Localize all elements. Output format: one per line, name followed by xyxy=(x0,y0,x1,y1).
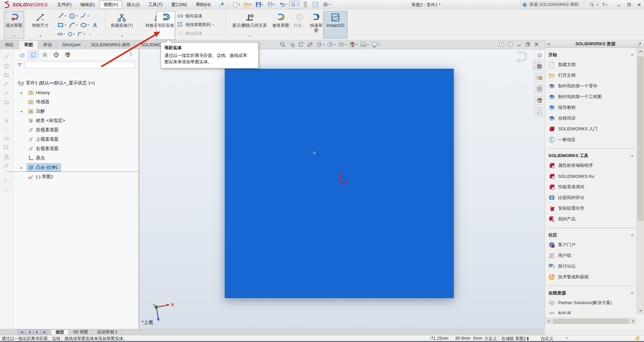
display-delete-relations-button[interactable]: 显示/删除几何关系 ▾ xyxy=(227,11,272,39)
last-tab-button[interactable]: ▶| xyxy=(41,330,48,335)
repair-sketch-button[interactable]: 修复草图 xyxy=(272,11,290,39)
prev-tab-button[interactable]: ◀ xyxy=(26,330,33,335)
docked-toolbar-button[interactable] xyxy=(3,126,10,133)
quick-access-button[interactable]: ▾ xyxy=(289,1,300,9)
sketch-tool-button[interactable]: ▾ xyxy=(68,21,78,29)
sketch-tool-button[interactable]: ▾ xyxy=(56,21,67,29)
feature-manager-tab[interactable] xyxy=(62,51,73,59)
docked-toolbar-button[interactable] xyxy=(3,54,10,60)
minimize-button[interactable] xyxy=(614,0,624,9)
help-button[interactable]: ?▾ xyxy=(602,2,607,7)
collapse-section-icon[interactable] xyxy=(630,291,635,295)
tag-icon[interactable] xyxy=(635,336,640,341)
command-manager-tab[interactable]: 特征 xyxy=(0,40,19,49)
tree-item[interactable]: 原点 xyxy=(13,153,138,163)
task-pane-link[interactable]: 技术警戒和新闻 xyxy=(548,272,635,282)
task-pane-link[interactable]: 性能基准测试 xyxy=(548,182,635,192)
document-tab[interactable]: 3D 视图 xyxy=(69,329,93,335)
menu-item[interactable]: 帮助(H) xyxy=(192,0,215,9)
sketch-tool-button[interactable]: ▾ xyxy=(56,12,67,20)
quick-access-button[interactable]: ▾ xyxy=(230,1,241,9)
view-toolbar-button[interactable]: ▾ xyxy=(349,41,358,48)
quick-access-button[interactable] xyxy=(311,1,320,9)
docked-toolbar-button[interactable] xyxy=(3,63,10,69)
tree-item[interactable]: 前视基准面 xyxy=(13,125,138,135)
quick-access-button[interactable]: ▾ xyxy=(266,1,276,9)
task-pane-link[interactable]: SOLIDWORKS Rx xyxy=(548,171,635,182)
collapse-pane-icon[interactable]: « xyxy=(547,41,554,47)
task-pane-link[interactable]: 打开文档 xyxy=(548,70,635,81)
view-toolbar-button[interactable] xyxy=(279,41,286,48)
collapse-section-icon[interactable] xyxy=(630,53,635,57)
sketch-tool-button[interactable]: ▾ xyxy=(68,12,78,20)
sketch-tool-button[interactable] xyxy=(87,30,94,38)
task-pane-link[interactable]: 在线培训 xyxy=(548,113,635,124)
task-pane-link[interactable]: 我的产品 xyxy=(548,214,635,224)
task-pane-link[interactable]: 制作我的第一个工程图 xyxy=(548,91,635,102)
first-tab-button[interactable]: |◀ xyxy=(18,330,25,335)
task-pane-tab[interactable] xyxy=(535,107,544,116)
sketch-tool-button[interactable]: ▾ xyxy=(76,30,86,38)
document-tab[interactable]: 运动算例 1 xyxy=(93,329,122,335)
docked-toolbar-button[interactable]: ▾ xyxy=(2,187,10,194)
tree-item[interactable]: 传感器 xyxy=(13,97,138,107)
docked-toolbar-button[interactable] xyxy=(3,135,10,142)
task-pane-link[interactable]: 比较我的评分 xyxy=(548,192,635,203)
menu-item[interactable]: 编辑(E) xyxy=(76,0,99,9)
mirror-entities-button[interactable]: 镜向实体 xyxy=(177,12,224,20)
menu-item[interactable]: 视图(V) xyxy=(99,0,122,9)
scroll-up-icon[interactable] xyxy=(637,48,644,55)
next-tab-button[interactable]: ▶ xyxy=(34,330,41,335)
feature-manager-tab[interactable] xyxy=(51,51,61,59)
docked-toolbar-button[interactable] xyxy=(3,72,10,78)
search-icon[interactable] xyxy=(589,2,594,7)
search-caret-icon[interactable]: ▾ xyxy=(597,3,598,6)
tree-item[interactable]: 上视基准面 xyxy=(13,135,138,144)
sketch-tool-button[interactable]: ▾ xyxy=(79,12,90,20)
quick-access-button[interactable]: ▾ xyxy=(321,1,332,9)
window-control-button[interactable] xyxy=(534,42,539,48)
trim-entities-button[interactable]: 剪裁实体(T) ▾ xyxy=(107,11,136,39)
window-control-button[interactable] xyxy=(516,42,522,48)
docked-toolbar-button[interactable] xyxy=(3,90,10,96)
quick-access-button[interactable]: ▾ xyxy=(254,1,265,9)
task-pane-link[interactable]: 指导教程 xyxy=(548,102,635,113)
confirm-exit-sketch-icon[interactable] xyxy=(513,50,528,65)
task-pane-link[interactable]: 制造商 xyxy=(548,308,635,314)
scroll-thumb[interactable] xyxy=(553,319,629,324)
collapse-section-icon[interactable] xyxy=(630,153,635,158)
task-pane-link[interactable]: 探讨论坛 xyxy=(548,261,635,272)
tree-item[interactable]: ▸History xyxy=(13,88,138,97)
task-pane-link[interactable]: 一般信息 xyxy=(548,134,635,145)
sketch-tool-button[interactable]: ▾ xyxy=(66,30,75,38)
task-pane-link[interactable]: 属性标签编制程序 xyxy=(548,160,635,171)
sketch-tool-button[interactable] xyxy=(91,12,99,20)
units-caret-icon[interactable]: ▴ xyxy=(566,336,568,339)
scroll-right-icon[interactable] xyxy=(629,318,637,325)
offset-entities-button[interactable]: 等距实体 xyxy=(156,11,175,40)
tree-item[interactable]: (-) 草图2 xyxy=(13,172,138,182)
docked-toolbar-button[interactable] xyxy=(3,108,10,115)
sketch-tool-button[interactable]: A xyxy=(91,21,99,29)
feature-manager-tab[interactable] xyxy=(40,51,50,59)
rollback-bar[interactable] xyxy=(6,172,138,172)
menu-item[interactable]: 文件(F) xyxy=(53,0,76,9)
exit-sketch-button[interactable]: 退出草图 ▾ xyxy=(4,11,24,39)
view-toolbar-button[interactable]: ▾ xyxy=(360,41,369,48)
feature-manager-tab[interactable] xyxy=(17,51,27,59)
command-manager-tab[interactable]: SOLIDWORKS 插件 xyxy=(86,40,136,49)
linear-sketch-pattern-button[interactable]: 线性草图阵列 ▾ xyxy=(177,20,224,29)
docked-toolbar-button[interactable] xyxy=(3,153,10,160)
quick-access-button[interactable] xyxy=(301,1,310,9)
quick-access-button[interactable]: ▾ xyxy=(277,1,288,9)
menu-item[interactable]: 工具(T) xyxy=(144,0,167,9)
task-pane-tab[interactable] xyxy=(535,73,544,82)
restore-button[interactable] xyxy=(624,0,634,9)
view-toolbar-button[interactable]: ▾ xyxy=(316,41,324,48)
docked-toolbar-button[interactable]: A xyxy=(3,117,10,124)
view-toolbar-button[interactable] xyxy=(288,41,295,48)
docked-toolbar-button[interactable]: ▾ xyxy=(2,178,10,185)
command-manager-tab[interactable]: 评估 xyxy=(38,40,57,49)
tree-root-item[interactable]: 零件1 (默认<<默认>_显示状态 1>) xyxy=(13,78,138,88)
document-tab[interactable]: 模型 xyxy=(51,329,69,335)
